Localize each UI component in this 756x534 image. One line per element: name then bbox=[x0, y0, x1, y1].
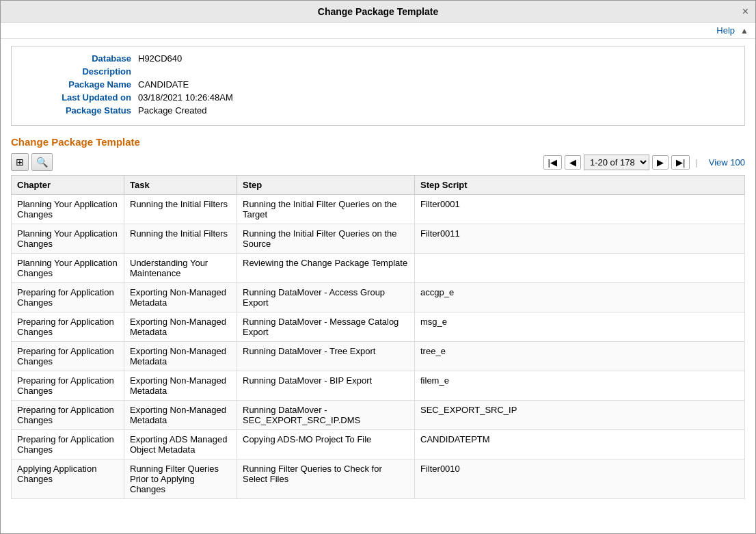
cell-step: Reviewing the Change Package Template bbox=[237, 254, 415, 283]
info-value: 03/18/2021 10:26:48AM bbox=[138, 92, 233, 103]
table-header-row: Chapter Task Step Step Script bbox=[12, 176, 745, 195]
help-link[interactable]: Help bbox=[716, 25, 735, 36]
cell-task: Exporting Non-Managed Metadata bbox=[124, 401, 237, 430]
col-header-task: Task bbox=[124, 176, 237, 195]
cell-task: Exporting Non-Managed Metadata bbox=[124, 342, 237, 371]
info-value: CANDIDATE bbox=[138, 79, 189, 90]
table-row[interactable]: Preparing for Application ChangesExporti… bbox=[12, 401, 745, 430]
cell-task: Running the Initial Filters bbox=[124, 195, 237, 224]
info-row: Package NameCANDIDATE bbox=[22, 79, 734, 90]
cell-step: Running Filter Queries to Check for Sele… bbox=[237, 459, 415, 499]
table-row[interactable]: Preparing for Application ChangesExporti… bbox=[12, 283, 745, 312]
next-page-button[interactable]: ▶ bbox=[652, 155, 669, 170]
cell-chapter: Planning Your Application Changes bbox=[12, 195, 124, 224]
table-row[interactable]: Planning Your Application ChangesUnderst… bbox=[12, 254, 745, 283]
cell-chapter: Preparing for Application Changes bbox=[12, 401, 124, 430]
table-body: Planning Your Application ChangesRunning… bbox=[12, 195, 745, 499]
info-value: H92CD640 bbox=[138, 53, 182, 64]
close-button[interactable]: × bbox=[742, 6, 748, 17]
info-label: Database bbox=[22, 53, 131, 64]
prev-page-button[interactable]: ◀ bbox=[565, 155, 581, 170]
section-title: Change Package Template bbox=[11, 136, 745, 148]
table-row[interactable]: Applying Application ChangesRunning Filt… bbox=[12, 459, 745, 499]
table-row[interactable]: Preparing for Application ChangesExporti… bbox=[12, 312, 745, 342]
cell-chapter: Applying Application Changes bbox=[12, 459, 124, 499]
table-row[interactable]: Planning Your Application ChangesRunning… bbox=[12, 195, 745, 224]
info-row: Package StatusPackage Created bbox=[22, 105, 734, 116]
info-label: Description bbox=[22, 66, 131, 77]
cell-script: SEC_EXPORT_SRC_IP bbox=[415, 401, 745, 430]
grid-icon: ⊞ bbox=[16, 157, 24, 168]
info-row: Last Updated on03/18/2021 10:26:48AM bbox=[22, 92, 734, 103]
cell-script: filem_e bbox=[415, 371, 745, 401]
col-header-chapter: Chapter bbox=[12, 176, 124, 195]
info-label: Package Name bbox=[22, 79, 131, 90]
cell-step: Running DataMover - Access Group Export bbox=[237, 283, 415, 312]
cell-chapter: Preparing for Application Changes bbox=[12, 371, 124, 401]
divider: | bbox=[695, 157, 697, 168]
search-icon: 🔍 bbox=[36, 157, 48, 168]
info-label: Package Status bbox=[22, 105, 131, 116]
cell-script: accgp_e bbox=[415, 283, 745, 312]
cell-step: Running DataMover - Message Catalog Expo… bbox=[237, 312, 415, 342]
cell-step: Running DataMover - SEC_EXPORT_SRC_IP.DM… bbox=[237, 401, 415, 430]
table-row[interactable]: Preparing for Application ChangesExporti… bbox=[12, 371, 745, 401]
page-select[interactable]: 1-20 of 178 bbox=[584, 155, 649, 170]
cell-chapter: Planning Your Application Changes bbox=[12, 254, 124, 283]
content-area: DatabaseH92CD640DescriptionPackage NameC… bbox=[1, 39, 755, 533]
info-value: Package Created bbox=[138, 105, 206, 116]
title-bar: Change Package Template × bbox=[1, 1, 755, 23]
cell-task: Understanding Your Maintenance bbox=[124, 254, 237, 283]
view-100-link[interactable]: View 100 bbox=[709, 157, 745, 168]
cell-chapter: Preparing for Application Changes bbox=[12, 342, 124, 371]
cell-chapter: Preparing for Application Changes bbox=[12, 283, 124, 312]
info-box: DatabaseH92CD640DescriptionPackage NameC… bbox=[11, 46, 745, 126]
col-header-step: Step bbox=[237, 176, 415, 195]
cell-script bbox=[415, 254, 745, 283]
cell-task: Running Filter Queries Prior to Applying… bbox=[124, 459, 237, 499]
cell-task: Exporting Non-Managed Metadata bbox=[124, 371, 237, 401]
cell-script: Filter0011 bbox=[415, 224, 745, 254]
toolbar: ⊞ 🔍 |◀ ◀ 1-20 of 178 ▶ ▶| | View 100 bbox=[11, 153, 745, 171]
window-title: Change Package Template bbox=[318, 6, 438, 17]
cell-chapter: Planning Your Application Changes bbox=[12, 224, 124, 254]
table-row[interactable]: Preparing for Application ChangesExporti… bbox=[12, 342, 745, 371]
cell-script: Filter0010 bbox=[415, 459, 745, 499]
search-button[interactable]: 🔍 bbox=[31, 153, 53, 171]
first-page-button[interactable]: |◀ bbox=[543, 155, 562, 170]
cell-task: Exporting ADS Managed Object Metadata bbox=[124, 430, 237, 459]
cell-script: msg_e bbox=[415, 312, 745, 342]
help-bar: Help ▲ bbox=[1, 23, 755, 39]
last-page-button[interactable]: ▶| bbox=[671, 155, 690, 170]
cell-script: tree_e bbox=[415, 342, 745, 371]
cell-task: Exporting Non-Managed Metadata bbox=[124, 283, 237, 312]
cell-task: Running the Initial Filters bbox=[124, 224, 237, 254]
info-label: Last Updated on bbox=[22, 92, 131, 103]
main-window: Change Package Template × Help ▲ Databas… bbox=[0, 0, 756, 534]
grid-view-button[interactable]: ⊞ bbox=[11, 153, 29, 171]
cell-task: Exporting Non-Managed Metadata bbox=[124, 312, 237, 342]
data-table: Chapter Task Step Step Script Planning Y… bbox=[11, 175, 745, 499]
table-row[interactable]: Preparing for Application ChangesExporti… bbox=[12, 430, 745, 459]
info-row: Description bbox=[22, 66, 734, 77]
cell-step: Running the Initial Filter Queries on th… bbox=[237, 195, 415, 224]
pagination: |◀ ◀ 1-20 of 178 ▶ ▶| | View 100 bbox=[543, 155, 745, 170]
cell-step: Copying ADS-MO Project To File bbox=[237, 430, 415, 459]
cell-step: Running DataMover - Tree Export bbox=[237, 342, 415, 371]
cell-script: Filter0001 bbox=[415, 195, 745, 224]
table-row[interactable]: Planning Your Application ChangesRunning… bbox=[12, 224, 745, 254]
cell-chapter: Preparing for Application Changes bbox=[12, 430, 124, 459]
cell-chapter: Preparing for Application Changes bbox=[12, 312, 124, 342]
cell-step: Running DataMover - BIP Export bbox=[237, 371, 415, 401]
cell-script: CANDIDATEPTM bbox=[415, 430, 745, 459]
info-row: DatabaseH92CD640 bbox=[22, 53, 734, 64]
cell-step: Running the Initial Filter Queries on th… bbox=[237, 224, 415, 254]
scroll-top-button[interactable]: ▲ bbox=[740, 26, 748, 36]
col-header-script: Step Script bbox=[415, 176, 745, 195]
